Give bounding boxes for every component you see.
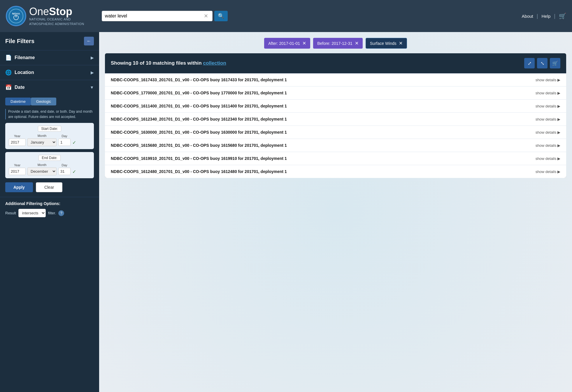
filter-tag-winds: Surface Winds ✕ [366, 38, 407, 49]
file-item: NDBC-COOPS_1611400_201701_D1_v00 - CO-OP… [105, 100, 566, 113]
results-actions: ⤢ ⤡ 🛒 [524, 58, 560, 68]
file-name-0: NDBC-COOPS_1617433_201701_D1_v00 - CO-OP… [111, 77, 530, 82]
file-item: NDBC-COOPS_1770000_201701_D1_v00 - CO-OP… [105, 86, 566, 100]
additional-title: Additional Filtering Options: [5, 201, 94, 206]
collection-link[interactable]: collection [203, 60, 226, 66]
filename-arrow: ▶ [91, 55, 94, 60]
end-year-label: Year [14, 163, 20, 167]
file-details-btn-5[interactable]: show details ▶ [536, 143, 560, 148]
active-filters: After: 2017-01-01 ✕ Before: 2017-12-31 ✕… [105, 38, 566, 49]
before-filter-close[interactable]: ✕ [355, 40, 359, 46]
date-expanded-panel: Datetime Geologic Provide a start date, … [0, 95, 99, 197]
file-item: NDBC-COOPS_1617433_201701_D1_v00 - CO-OP… [105, 73, 566, 86]
brand-subtitle: NATIONAL OCEANIC AND ATMOSPHERIC ADMINIS… [29, 17, 84, 26]
end-month-select[interactable]: January February March April May June Ju… [27, 167, 57, 175]
svg-text:NOAA: NOAA [12, 12, 20, 15]
sidebar-section-filename: 📄 Filename ▶ [0, 50, 99, 65]
end-day-label: Day [62, 163, 67, 167]
clear-button[interactable]: Clear [36, 182, 62, 192]
after-filter-text: After: 2017-01-01 [268, 41, 300, 46]
file-item: NDBC-COOPS_1612340_201701_D1_v00 - CO-OP… [105, 113, 566, 126]
end-date-label: End Date: [38, 155, 60, 161]
date-hint: Provide a start date, end date, or both.… [5, 109, 94, 119]
geologic-tab[interactable]: Geologic [31, 98, 56, 105]
date-arrow: ▼ [90, 85, 94, 90]
file-details-btn-4[interactable]: show details ▶ [536, 130, 560, 135]
search-input[interactable] [105, 13, 203, 19]
end-year-field: Year [9, 163, 26, 175]
start-day-input[interactable] [58, 139, 71, 146]
date-tabs: Datetime Geologic [5, 98, 94, 105]
file-details-btn-3[interactable]: show details ▶ [536, 117, 560, 121]
apply-button[interactable]: Apply [5, 182, 33, 192]
filter-help-button[interactable]: ? [58, 210, 64, 216]
start-year-field: Year [9, 134, 26, 146]
sidebar-section-date: 📅 Date ▼ Datetime Geologic Provide a sta… [0, 80, 99, 197]
end-date-fields: Year Month January February March April … [9, 163, 90, 175]
app-layout: File Filters ← 📄 Filename ▶ 🌐 Location ▶… [0, 32, 572, 392]
file-name-5: NDBC-COOPS_1615680_201701_D1_v00 - CO-OP… [111, 143, 530, 148]
file-item: NDBC-COOPS_1619910_201701_D1_v00 - CO-OP… [105, 152, 566, 165]
end-year-input[interactable] [9, 168, 26, 175]
collapse-button[interactable]: ⤡ [537, 58, 548, 68]
start-year-label: Year [14, 134, 20, 138]
file-details-btn-0[interactable]: show details ▶ [536, 78, 560, 82]
datetime-tab[interactable]: Datetime [5, 98, 31, 105]
file-item: NDBC-COOPS_1615680_201701_D1_v00 - CO-OP… [105, 139, 566, 152]
logo-area: NOAA OneStop NATIONAL OCEANIC AND ATMOSP… [6, 6, 84, 26]
file-details-btn-2[interactable]: show details ▶ [536, 104, 560, 108]
location-section-header[interactable]: 🌐 Location ▶ [0, 65, 99, 80]
start-month-select[interactable]: January February March April May June Ju… [27, 138, 57, 146]
end-month-field: Month January February March April May J… [27, 163, 57, 175]
winds-filter-text: Surface Winds [370, 41, 396, 46]
sidebar-header: File Filters ← [0, 32, 99, 50]
header-nav: About | Help | 🛒 [518, 13, 566, 20]
sidebar-title: File Filters [5, 38, 34, 45]
winds-filter-close[interactable]: ✕ [399, 40, 403, 46]
file-name-1: NDBC-COOPS_1770000_201701_D1_v00 - CO-OP… [111, 91, 530, 95]
results-box: Showing 10 of 10 matching files within c… [105, 53, 566, 178]
help-link[interactable]: Help [538, 14, 554, 19]
file-details-btn-7[interactable]: show details ▶ [536, 169, 560, 174]
filter-tag-before: Before: 2017-12-31 ✕ [313, 38, 363, 49]
after-filter-close[interactable]: ✕ [302, 40, 306, 46]
results-title: Showing 10 of 10 matching files within c… [111, 60, 226, 66]
end-day-input[interactable] [58, 168, 71, 175]
date-label: Date [15, 85, 25, 90]
result-label: Result [5, 211, 16, 215]
search-input-wrap: ✕ [102, 11, 213, 21]
date-section-header[interactable]: 📅 Date ▼ [0, 80, 99, 95]
location-icon: 🌐 [5, 69, 12, 76]
start-month-field: Month January February March April May J… [27, 134, 57, 146]
location-label: Location [15, 70, 34, 75]
sidebar-section-location: 🌐 Location ▶ [0, 65, 99, 80]
cart-icon[interactable]: 🛒 [555, 13, 566, 20]
end-month-label: Month [38, 163, 47, 167]
file-details-btn-6[interactable]: show details ▶ [536, 156, 560, 161]
results-cart-button[interactable]: 🛒 [550, 58, 560, 68]
file-details-btn-1[interactable]: show details ▶ [536, 91, 560, 95]
start-day-label: Day [62, 134, 67, 138]
file-name-4: NDBC-COOPS_1630000_201701_D1_v00 - CO-OP… [111, 130, 530, 135]
filename-icon: 📄 [5, 54, 12, 61]
file-name-2: NDBC-COOPS_1611400_201701_D1_v00 - CO-OP… [111, 104, 530, 108]
intersects-select[interactable]: intersects within contains disjoint [18, 209, 46, 217]
file-name-6: NDBC-COOPS_1619910_201701_D1_v00 - CO-OP… [111, 156, 530, 161]
app-header: NOAA OneStop NATIONAL OCEANIC AND ATMOSP… [0, 0, 572, 32]
end-date-checkmark: ✓ [72, 169, 76, 174]
search-clear-button[interactable]: ✕ [203, 13, 209, 19]
location-arrow: ▶ [91, 70, 94, 75]
start-day-field: Day [58, 134, 71, 146]
filter-period: filter. [48, 211, 56, 215]
search-button[interactable]: 🔍 [214, 11, 228, 21]
results-header: Showing 10 of 10 matching files within c… [105, 53, 566, 73]
start-year-input[interactable] [9, 139, 26, 146]
expand-button[interactable]: ⤢ [524, 58, 535, 68]
before-filter-text: Before: 2017-12-31 [317, 41, 352, 46]
brand-title: OneStop [29, 6, 84, 17]
filter-row: Result intersects within contains disjoi… [5, 209, 94, 217]
filename-section-header[interactable]: 📄 Filename ▶ [0, 50, 99, 65]
about-link[interactable]: About [518, 14, 537, 19]
file-list: NDBC-COOPS_1617433_201701_D1_v00 - CO-OP… [105, 73, 566, 178]
sidebar-back-button[interactable]: ← [84, 37, 94, 45]
